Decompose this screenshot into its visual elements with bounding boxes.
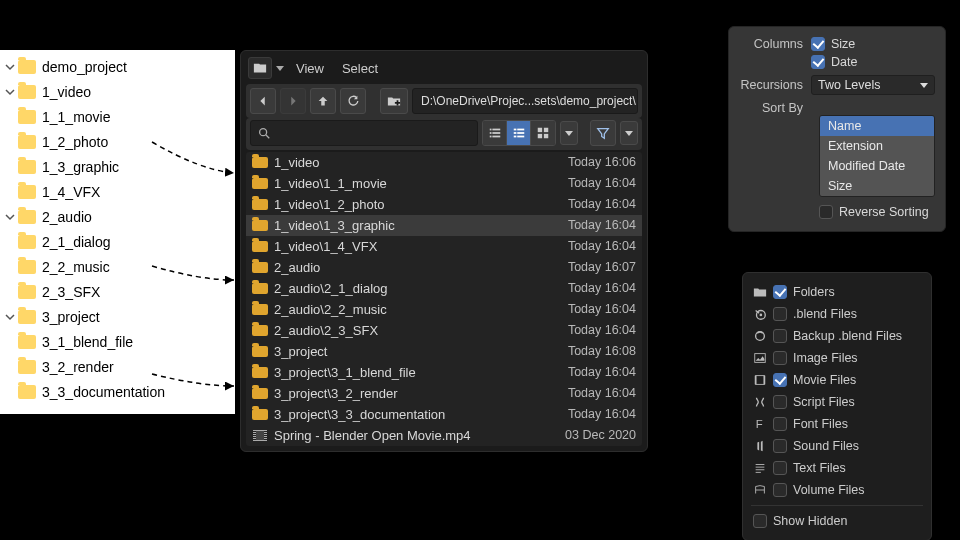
search-input[interactable] [250, 120, 478, 146]
filter-checkbox[interactable] [773, 439, 787, 453]
tree-1_3_graphic[interactable]: 1_3_graphic [0, 154, 235, 179]
filter-script[interactable]: Script Files [751, 391, 923, 413]
filter-volume[interactable]: Volume Files [751, 479, 923, 501]
folder-icon [18, 160, 36, 174]
tree-2_3_SFX[interactable]: 2_3_SFX [0, 279, 235, 304]
expand-chevron-icon[interactable] [2, 312, 18, 322]
file-row[interactable]: 3_projectToday 16:08 [246, 341, 642, 362]
tree-2_2_music[interactable]: 2_2_music [0, 254, 235, 279]
sort-option-extension[interactable]: Extension [820, 136, 934, 156]
new-folder-button[interactable] [380, 88, 408, 114]
filter-font[interactable]: FFont Files [751, 413, 923, 435]
filter-sound[interactable]: Sound Files [751, 435, 923, 457]
folder-icon [252, 346, 268, 357]
tree-3_1_blend_file[interactable]: 3_1_blend_file [0, 329, 235, 354]
viewmode-thumb[interactable] [531, 121, 555, 145]
filter-folder[interactable]: Folders [751, 281, 923, 303]
filter-button[interactable] [590, 120, 616, 146]
viewmode-details[interactable] [507, 121, 531, 145]
filter-label: Folders [793, 285, 923, 299]
filter-checkbox[interactable] [773, 395, 787, 409]
svg-rect-1 [489, 129, 491, 131]
filter-checkbox[interactable] [773, 351, 787, 365]
file-row[interactable]: 2_audio\2_3_SFXToday 16:04 [246, 320, 642, 341]
filter-backup[interactable]: Backup .blend Files [751, 325, 923, 347]
filter-checkbox[interactable] [773, 483, 787, 497]
viewmode-list[interactable] [483, 121, 507, 145]
script-icon [751, 395, 769, 409]
tree-3_3_documentation[interactable]: 3_3_documentation [0, 379, 235, 404]
svg-rect-13 [538, 128, 542, 132]
tree-3_project[interactable]: 3_project [0, 304, 235, 329]
menu-select[interactable]: Select [334, 61, 386, 76]
filter-checkbox[interactable] [773, 285, 787, 299]
filter-text[interactable]: Text Files [751, 457, 923, 479]
filter-checkbox[interactable] [773, 307, 787, 321]
file-row[interactable]: 3_project\3_3_documentationToday 16:04 [246, 404, 642, 425]
tree-2_1_dialog[interactable]: 2_1_dialog [0, 229, 235, 254]
svg-rect-2 [492, 129, 500, 131]
file-row[interactable]: Spring - Blender Open Movie.mp403 Dec 20… [246, 425, 642, 446]
show-hidden-checkbox[interactable] [753, 514, 767, 528]
search-icon [257, 126, 271, 140]
file-name: 3_project\3_1_blend_file [274, 365, 568, 380]
svg-rect-14 [544, 128, 548, 132]
filter-checkbox[interactable] [773, 417, 787, 431]
nav-refresh-button[interactable] [340, 88, 366, 114]
chevron-down-icon [920, 83, 928, 88]
expand-chevron-icon[interactable] [2, 212, 18, 222]
file-row[interactable]: 3_project\3_1_blend_fileToday 16:04 [246, 362, 642, 383]
path-field[interactable]: D:\OneDrive\Projec...sets\demo_project\ [412, 88, 638, 114]
folder-label: demo_project [42, 59, 127, 75]
columns-date-checkbox[interactable] [811, 55, 825, 69]
filter-image[interactable]: Image Files [751, 347, 923, 369]
tree-2_audio[interactable]: 2_audio [0, 204, 235, 229]
menu-view[interactable]: View [288, 61, 332, 76]
recursions-select[interactable]: Two Levels [811, 75, 935, 95]
display-options-panel: Columns Size Date Recursions Two Levels … [728, 26, 946, 232]
file-row[interactable]: 2_audio\2_1_dialogToday 16:04 [246, 278, 642, 299]
reverse-sorting-checkbox[interactable] [819, 205, 833, 219]
file-date: Today 16:06 [568, 155, 636, 169]
nav-up-button[interactable] [310, 88, 336, 114]
tree-1_video[interactable]: 1_video [0, 79, 235, 104]
filter-checkbox[interactable] [773, 461, 787, 475]
folder-label: 2_1_dialog [42, 234, 111, 250]
file-row[interactable]: 2_audioToday 16:07 [246, 257, 642, 278]
file-row[interactable]: 2_audio\2_2_musicToday 16:04 [246, 299, 642, 320]
file-list[interactable]: 1_videoToday 16:061_video\1_1_movieToday… [246, 152, 642, 446]
tree-root[interactable]: demo_project [0, 54, 235, 79]
folder-icon [252, 199, 268, 210]
filter-label: Image Files [793, 351, 923, 365]
nav-forward-button[interactable] [280, 88, 306, 114]
filter-blend[interactable]: .blend Files [751, 303, 923, 325]
svg-rect-8 [517, 129, 524, 131]
editor-type-chevron-icon[interactable] [274, 66, 286, 71]
tree-3_2_render[interactable]: 3_2_render [0, 354, 235, 379]
file-row[interactable]: 1_video\1_3_graphicToday 16:04 [246, 215, 642, 236]
file-row[interactable]: 1_video\1_4_VFXToday 16:04 [246, 236, 642, 257]
file-name: 1_video\1_3_graphic [274, 218, 568, 233]
columns-size-checkbox[interactable] [811, 37, 825, 51]
filter-checkbox[interactable] [773, 329, 787, 343]
editor-type-icon[interactable] [248, 57, 272, 79]
file-row[interactable]: 1_video\1_2_photoToday 16:04 [246, 194, 642, 215]
filter-checkbox[interactable] [773, 373, 787, 387]
tree-1_4_VFX[interactable]: 1_4_VFX [0, 179, 235, 204]
file-row[interactable]: 1_videoToday 16:06 [246, 152, 642, 173]
tree-1_2_photo[interactable]: 1_2_photo [0, 129, 235, 154]
expand-chevron-icon[interactable] [2, 87, 18, 97]
file-row[interactable]: 1_video\1_1_movieToday 16:04 [246, 173, 642, 194]
recursions-value: Two Levels [818, 78, 881, 92]
sort-option-size[interactable]: Size [820, 176, 934, 196]
file-row[interactable]: 3_project\3_2_renderToday 16:04 [246, 383, 642, 404]
filter-options-chevron-icon[interactable] [620, 121, 638, 145]
sort-option-name[interactable]: Name [820, 116, 934, 136]
filter-movie[interactable]: Movie Files [751, 369, 923, 391]
show-hidden-row[interactable]: Show Hidden [751, 510, 923, 532]
sort-option-modified date[interactable]: Modified Date [820, 156, 934, 176]
viewmode-options-chevron-icon[interactable] [560, 121, 578, 145]
tree-1_1_movie[interactable]: 1_1_movie [0, 104, 235, 129]
expand-chevron-icon[interactable] [2, 62, 18, 72]
nav-back-button[interactable] [250, 88, 276, 114]
